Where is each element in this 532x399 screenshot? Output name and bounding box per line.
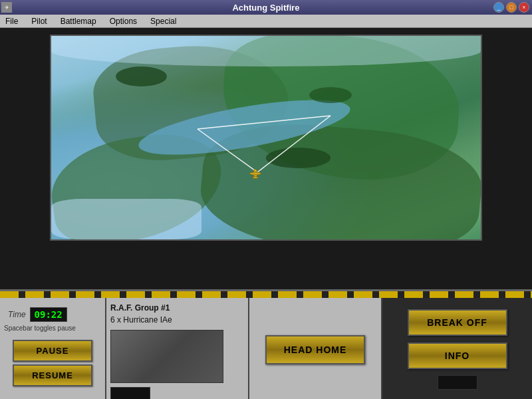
map-background: [51, 36, 481, 239]
pause-button[interactable]: PAUSE: [13, 340, 92, 362]
head-home-button[interactable]: HEAD HOME: [265, 335, 365, 364]
time-display: 09:22: [30, 307, 67, 322]
info-button[interactable]: INFO: [408, 342, 507, 369]
small-buttons-row: [110, 387, 244, 399]
flight-path: [51, 36, 481, 239]
main-area: Time 09:22 Spacebar toggles pause PAUSE …: [0, 28, 532, 399]
menu-special[interactable]: Special: [148, 17, 179, 26]
titlebar: ✈ Achtung Spitfire _ □ ×: [0, 0, 532, 15]
time-label: Time: [8, 310, 26, 319]
menu-file[interactable]: File: [3, 17, 21, 26]
menubar: File Pilot Battlemap Options Special: [0, 15, 532, 28]
svg-point-4: [249, 172, 261, 175]
right-sidebar: [482, 35, 532, 241]
minimize-button[interactable]: _: [493, 2, 504, 13]
resume-button[interactable]: RESUME: [13, 364, 92, 386]
window-title: Achtung Spitfire: [232, 3, 299, 13]
app-icon: ✈: [1, 2, 12, 13]
group-detail: 6 x Hurricane IAe: [110, 315, 244, 325]
left-sidebar: [0, 35, 50, 241]
menu-options[interactable]: Options: [107, 17, 140, 26]
svg-line-2: [198, 116, 331, 129]
aircraft-icon: [247, 166, 263, 182]
head-home-section: HEAD HOME: [249, 298, 382, 399]
time-row: Time 09:22: [4, 302, 101, 325]
map-view[interactable]: [50, 35, 482, 241]
group-info-section: R.A.F. Group #1 6 x Hurricane IAe: [106, 298, 249, 399]
panel-body: Time 09:22 Spacebar toggles pause PAUSE …: [0, 298, 532, 399]
spacebar-hint: Spacebar toggles pause: [4, 325, 101, 337]
time-section: Time 09:22 Spacebar toggles pause PAUSE …: [0, 298, 106, 399]
aircraft-thumbnail: [110, 330, 223, 383]
break-off-button[interactable]: BREAK OFF: [408, 309, 507, 336]
window-controls[interactable]: _ □ ×: [493, 2, 529, 13]
action-buttons-section: BREAK OFF INFO: [382, 298, 532, 399]
svg-point-5: [253, 177, 258, 179]
maximize-button[interactable]: □: [506, 2, 517, 13]
bottom-panel: Time 09:22 Spacebar toggles pause PAUSE …: [0, 289, 532, 399]
panel-stripe: [0, 291, 532, 298]
menu-pilot[interactable]: Pilot: [29, 17, 49, 26]
group-name: R.A.F. Group #1: [110, 302, 244, 313]
small-btn-left[interactable]: [110, 387, 150, 399]
svg-line-0: [257, 116, 331, 172]
close-button[interactable]: ×: [519, 2, 529, 13]
small-btn-right[interactable]: [438, 375, 477, 390]
menu-battlemap[interactable]: Battlemap: [58, 17, 99, 26]
